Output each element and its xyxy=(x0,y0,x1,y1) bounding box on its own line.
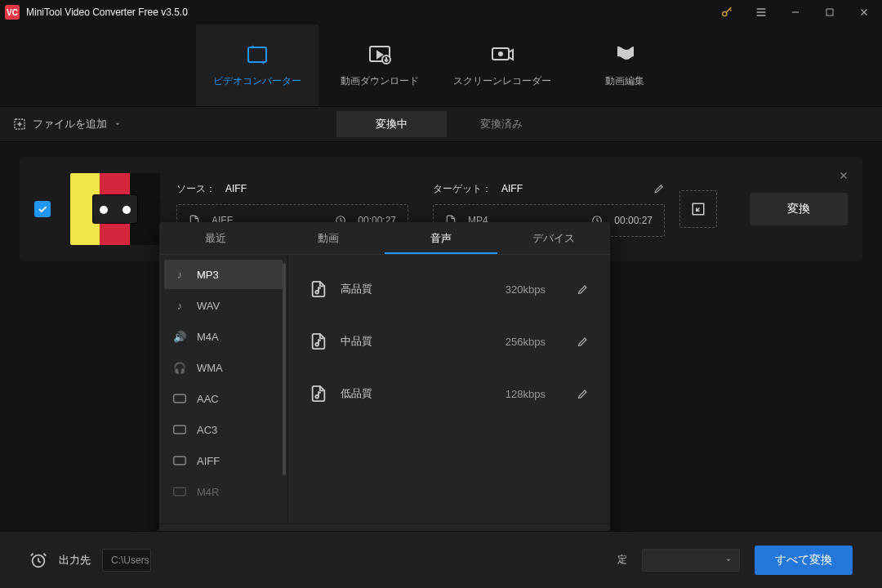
tab-recorder-label: スクリーンレコーダー xyxy=(453,74,551,88)
tab-download[interactable]: 動画ダウンロード xyxy=(318,24,441,106)
file-music-icon xyxy=(310,385,327,403)
quality-bitrate: 128kbps xyxy=(506,388,546,400)
format-item-wav[interactable]: ♪WAV xyxy=(164,291,283,320)
format-list[interactable]: ♪MP3 ♪WAV 🔊M4A 🎧WMA AAC AC3 AIFF M4R xyxy=(159,255,288,523)
tab-editor[interactable]: 動画編集 xyxy=(564,24,686,106)
convert-all-button[interactable]: すべて変換 xyxy=(755,546,853,575)
output-path-field[interactable]: C:\Users xyxy=(102,549,151,572)
expand-target-button[interactable] xyxy=(679,190,717,228)
headphones-icon: 🎧 xyxy=(172,360,187,375)
minimize-button[interactable] xyxy=(782,1,808,24)
format-item-m4a[interactable]: 🔊M4A xyxy=(164,322,283,351)
aac-icon xyxy=(172,391,187,406)
music-note-icon: ♪ xyxy=(172,298,187,313)
source-label: ソース： xyxy=(176,182,216,196)
quality-bitrate: 256kbps xyxy=(506,336,546,348)
alarm-icon[interactable] xyxy=(29,551,47,569)
add-file-button[interactable]: ファイルを追加 xyxy=(13,117,122,131)
m4r-icon xyxy=(172,484,187,499)
quality-list: 高品質 320kbps 中品質 256kbps 低品質 128kbps xyxy=(288,255,610,523)
quality-label: 低品質 xyxy=(341,386,372,401)
quality-low[interactable]: 低品質 128kbps xyxy=(288,368,610,420)
quality-label: 中品質 xyxy=(341,334,372,349)
menu-icon[interactable] xyxy=(748,1,774,24)
output-path-text: C:\Users xyxy=(111,555,149,566)
panel-tab-audio[interactable]: 音声 xyxy=(385,222,497,254)
pref-select[interactable] xyxy=(642,549,740,572)
seg-converting[interactable]: 変換中 xyxy=(336,111,447,137)
quality-edit-icon[interactable] xyxy=(577,388,589,400)
quality-label: 高品質 xyxy=(341,282,372,296)
convert-button[interactable]: 変換 xyxy=(750,193,848,225)
format-item-aac[interactable]: AAC xyxy=(164,384,283,413)
svg-rect-1 xyxy=(826,9,833,16)
format-item-wma[interactable]: 🎧WMA xyxy=(164,353,283,382)
scrollbar[interactable] xyxy=(283,263,286,475)
format-item-aiff[interactable]: AIFF xyxy=(164,446,283,475)
music-note-icon: ♪ xyxy=(172,267,187,282)
pref-label: 定 xyxy=(617,553,627,567)
chevron-down-icon xyxy=(114,120,122,128)
titlebar: VC MiniTool Video Converter Free v3.5.0 xyxy=(0,0,882,24)
app-logo: VC xyxy=(5,5,20,20)
key-icon[interactable] xyxy=(714,1,740,24)
file-checkbox[interactable] xyxy=(34,201,51,217)
quality-edit-icon[interactable] xyxy=(577,283,589,296)
file-thumbnail xyxy=(70,173,160,245)
format-item-ac3[interactable]: AC3 xyxy=(164,415,283,444)
format-item-m4r[interactable]: M4R xyxy=(164,477,283,506)
chevron-down-icon xyxy=(724,556,733,564)
tab-converter[interactable]: ビデオコンバーター xyxy=(196,24,318,106)
svg-rect-14 xyxy=(174,488,185,496)
panel-tab-device[interactable]: デバイス xyxy=(497,222,610,254)
tab-download-label: 動画ダウンロード xyxy=(341,74,419,88)
download-icon xyxy=(368,43,392,66)
output-label: 出力先 xyxy=(59,553,91,568)
status-segmented: 変換中 変換済み xyxy=(336,111,557,137)
add-file-label: ファイルを追加 xyxy=(33,117,107,131)
bottom-bar: 出力先 C:\Users 定 すべて変換 xyxy=(0,531,882,588)
quality-edit-icon[interactable] xyxy=(577,336,589,348)
tab-converter-label: ビデオコンバーター xyxy=(213,74,301,88)
svg-rect-11 xyxy=(174,394,185,403)
target-edit-icon[interactable] xyxy=(653,183,665,194)
aiff-icon xyxy=(172,453,187,468)
converter-icon xyxy=(245,43,270,66)
svg-point-0 xyxy=(723,11,727,16)
maximize-button[interactable] xyxy=(817,1,843,24)
quality-bitrate: 320kbps xyxy=(506,283,546,296)
panel-tab-recent[interactable]: 最近 xyxy=(159,222,272,254)
format-panel: 最近 動画 音声 デバイス ♪MP3 ♪WAV 🔊M4A 🎧WMA AAC AC… xyxy=(159,222,610,564)
file-music-icon xyxy=(310,332,327,350)
target-label: ターゲット： xyxy=(433,182,492,196)
target-duration: 00:00:27 xyxy=(614,215,653,226)
recorder-icon xyxy=(490,43,514,66)
speaker-icon: 🔊 xyxy=(172,329,187,344)
quality-high[interactable]: 高品質 320kbps xyxy=(288,263,610,315)
panel-tab-video[interactable]: 動画 xyxy=(272,222,385,254)
target-format: AIFF xyxy=(501,183,523,194)
app-title: MiniTool Video Converter Free v3.5.0 xyxy=(26,7,188,18)
format-item-mp3[interactable]: ♪MP3 xyxy=(164,260,283,289)
main-tabs: ビデオコンバーター 動画ダウンロード スクリーンレコーダー 動画編集 xyxy=(0,24,882,106)
tab-recorder[interactable]: スクリーンレコーダー xyxy=(441,24,564,106)
remove-file-button[interactable] xyxy=(838,170,849,181)
ac3-icon xyxy=(172,422,187,437)
svg-point-6 xyxy=(499,52,502,56)
editor-icon xyxy=(614,43,635,66)
add-file-icon xyxy=(13,118,26,131)
quality-medium[interactable]: 中品質 256kbps xyxy=(288,315,610,368)
svg-rect-12 xyxy=(174,425,185,434)
close-button[interactable] xyxy=(851,1,877,24)
svg-rect-2 xyxy=(248,47,266,62)
seg-converted[interactable]: 変換済み xyxy=(447,111,557,137)
tab-editor-label: 動画編集 xyxy=(605,74,644,88)
source-format: AIFF xyxy=(225,183,247,194)
file-music-icon xyxy=(310,280,327,298)
svg-rect-13 xyxy=(174,457,185,465)
sub-toolbar: ファイルを追加 変換中 変換済み xyxy=(0,106,882,142)
